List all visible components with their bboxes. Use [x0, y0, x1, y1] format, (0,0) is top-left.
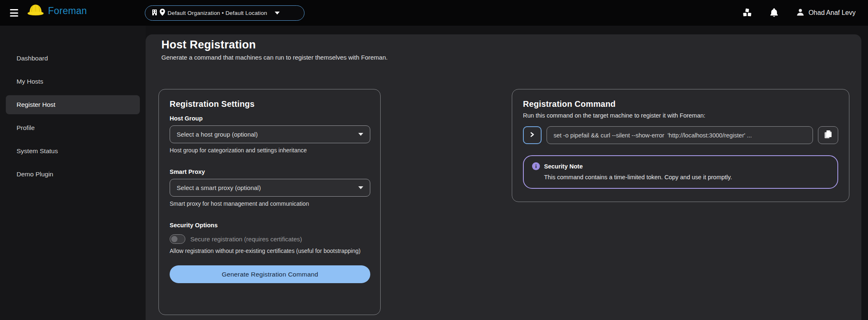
smart-proxy-label: Smart Proxy [170, 168, 370, 175]
info-icon: i [532, 162, 540, 170]
command-card-title: Registration Command [523, 99, 838, 109]
page-title: Host Registration [161, 38, 861, 51]
sidebar-item-profile[interactable]: Profile [6, 118, 140, 137]
generate-registration-command-button[interactable]: Generate Registration Command [170, 265, 370, 283]
sidebar: Dashboard My Hosts Register Host Profile… [0, 26, 146, 320]
smart-proxy-select[interactable]: Select a smart proxy (optional) [170, 179, 370, 197]
user-name: Ohad Anaf Levy [808, 9, 856, 17]
security-note-text: This command contains a time-limited tok… [544, 174, 829, 180]
context-switcher[interactable]: Default Organization • Default Location [145, 5, 305, 21]
secure-registration-toggle[interactable] [170, 234, 185, 244]
security-help: Allow registration without pre-existing … [170, 248, 370, 254]
sidebar-item-label: System Status [17, 147, 58, 155]
chevron-right-icon [530, 132, 535, 139]
registration-command-text: set -o pipefail && curl --silent --show-… [554, 132, 752, 139]
security-note-title: Security Note [544, 163, 583, 170]
content-panel: Host Registration Generate a command tha… [146, 34, 861, 320]
smart-proxy-select-value: Select a smart proxy (optional) [177, 184, 261, 191]
run-command-button[interactable] [523, 126, 542, 144]
brand[interactable]: Foreman [26, 2, 87, 19]
caret-down-icon [358, 133, 363, 136]
brand-name: Foreman [48, 5, 87, 17]
sidebar-item-label: Profile [17, 124, 35, 132]
sidebar-item-label: Register Host [17, 101, 55, 108]
settings-card-title: Registration Settings [170, 99, 370, 109]
copy-command-button[interactable] [818, 126, 838, 144]
apps-cubes-icon[interactable] [743, 8, 752, 17]
foreman-hardhat-logo-icon [26, 2, 45, 19]
location-icon [160, 9, 165, 17]
sidebar-item-my-hosts[interactable]: My Hosts [6, 72, 140, 91]
organization-icon [152, 9, 157, 17]
host-group-select[interactable]: Select a host group (optional) [170, 125, 370, 143]
registration-settings-card: Registration Settings Host Group Select … [158, 89, 381, 315]
notifications-bell-icon[interactable] [770, 8, 778, 17]
page-subtitle: Generate a command that machines can run… [161, 54, 861, 61]
sidebar-item-label: Demo Plugin [17, 171, 53, 178]
caret-down-icon [358, 186, 363, 189]
sidebar-item-register-host[interactable]: Register Host [6, 95, 140, 114]
security-note: i Security Note This command contains a … [523, 155, 838, 189]
registration-command-input[interactable]: set -o pipefail && curl --silent --show-… [547, 126, 813, 144]
sidebar-item-label: Dashboard [17, 55, 48, 62]
host-group-label: Host Group [170, 115, 370, 122]
sidebar-item-dashboard[interactable]: Dashboard [6, 49, 140, 68]
secure-registration-toggle-label: Secure registration (requires certificat… [190, 236, 302, 243]
sidebar-item-system-status[interactable]: System Status [6, 142, 140, 161]
masthead: Foreman Default Organization • Default L… [0, 0, 868, 26]
security-options-label: Security Options [170, 222, 370, 229]
smart-proxy-help: Smart proxy for host management and comm… [170, 200, 370, 207]
command-card-subtitle: Run this command on the target machine t… [523, 112, 838, 119]
registration-command-card: Registration Command Run this command on… [512, 89, 849, 202]
sidebar-item-demo-plugin[interactable]: Demo Plugin [6, 165, 140, 184]
sidebar-item-label: My Hosts [17, 78, 43, 85]
user-avatar-icon [796, 8, 804, 18]
context-switcher-label: Default Organization • Default Location [168, 10, 267, 16]
user-menu[interactable]: Ohad Anaf Levy [796, 8, 856, 18]
chevron-down-icon [275, 12, 280, 14]
hamburger-menu-icon[interactable] [9, 9, 19, 17]
host-group-select-value: Select a host group (optional) [177, 131, 258, 138]
copy-icon [824, 130, 832, 140]
host-group-help: Host group for categorization and settin… [170, 147, 370, 154]
main-area: Host Registration Generate a command tha… [146, 26, 868, 320]
